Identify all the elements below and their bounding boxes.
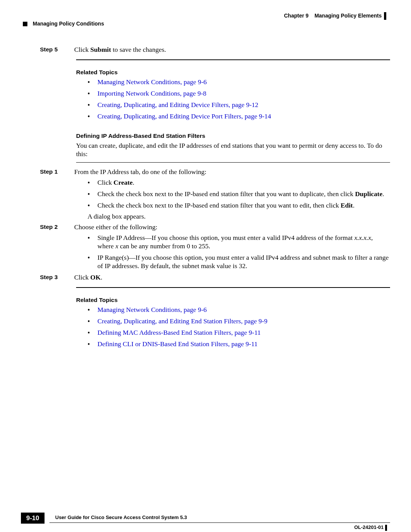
chapter-label: Chapter 9	[284, 13, 309, 19]
step-3-text: Click OK.	[74, 273, 390, 282]
step-2-row: Step 2 Choose either of the following:	[21, 223, 390, 232]
related-link-item: Creating, Duplicating, and Editing Devic…	[88, 101, 390, 109]
footer-line: User Guide for Cisco Secure Access Contr…	[49, 522, 390, 523]
related-link[interactable]: Managing Network Conditions, page 9-6	[97, 306, 207, 313]
header-marker	[384, 12, 386, 20]
related-topics-list-2: Managing Network Conditions, page 9-6 Cr…	[88, 306, 390, 348]
related-link-item: Managing Network Conditions, page 9-6	[88, 306, 390, 314]
related-link-item: Creating, Duplicating, and Editing End S…	[88, 317, 390, 326]
related-link-item: Defining MAC Address-Based End Station F…	[88, 329, 390, 337]
step-3-row: Step 3 Click OK.	[21, 273, 390, 282]
related-link-item: Managing Network Conditions, page 9-6	[88, 78, 390, 86]
related-link[interactable]: Defining CLI or DNIS-Based End Station F…	[97, 340, 258, 348]
step-1-bullet: Click Create.	[88, 179, 390, 187]
related-topics-heading-1: Related Topics	[76, 69, 390, 76]
related-link[interactable]: Creating, Duplicating, and Editing Devic…	[97, 101, 258, 109]
related-topics-list-1: Managing Network Conditions, page 9-6 Im…	[88, 78, 390, 121]
step-5-label: Step 5	[40, 46, 74, 54]
header-square-icon	[23, 22, 27, 26]
step-5-text: Click Submit to save the changes.	[74, 46, 390, 54]
footer-right-marker	[385, 525, 387, 531]
footer-doc-id: OL-24201-01	[354, 524, 387, 531]
step-2-bullets: Single IP Address—If you choose this opt…	[88, 234, 390, 270]
related-link-item: Defining CLI or DNIS-Based End Station F…	[88, 340, 390, 348]
step-1-trailing: A dialog box appears.	[88, 212, 390, 221]
related-link[interactable]: Managing Network Conditions, page 9-6	[97, 78, 207, 86]
chapter-title: Managing Policy Elements	[314, 13, 382, 19]
page-content: Step 5 Click Submit to save the changes.…	[21, 46, 390, 351]
defining-body: You can create, duplicate, and edit the …	[76, 142, 390, 158]
step-1-label: Step 1	[40, 168, 74, 176]
related-link[interactable]: Creating, Duplicating, and Editing Devic…	[97, 112, 271, 120]
page-number: 9-10	[21, 513, 45, 524]
defining-heading: Defining IP Address-Based End Station Fi…	[76, 132, 390, 139]
step-2-label: Step 2	[40, 223, 74, 232]
step-2-bullet: IP Range(s)—If you choose this option, y…	[88, 254, 390, 270]
header-right: Chapter 9 Managing Policy Elements	[284, 12, 386, 20]
related-topics-heading-2: Related Topics	[76, 296, 390, 304]
related-link-item: Importing Network Conditions, page 9-8	[88, 89, 390, 98]
related-link[interactable]: Importing Network Conditions, page 9-8	[97, 89, 206, 97]
divider	[76, 162, 390, 163]
step-1-text: From the IP Address tab, do one of the f…	[74, 168, 390, 176]
step-3-label: Step 3	[40, 273, 74, 282]
related-link-item: Creating, Duplicating, and Editing Devic…	[88, 112, 390, 121]
step-2-bullet: Single IP Address—If you choose this opt…	[88, 234, 390, 251]
footer-guide-title: User Guide for Cisco Secure Access Contr…	[55, 514, 187, 521]
related-link[interactable]: Creating, Duplicating, and Editing End S…	[97, 317, 268, 325]
step-1-bullet: Check the check box next to the IP-based…	[88, 190, 390, 198]
related-link[interactable]: Defining MAC Address-Based End Station F…	[97, 329, 261, 336]
page-footer: User Guide for Cisco Secure Access Contr…	[21, 522, 390, 523]
step-1-bullet: Check the check box next to the IP-based…	[88, 201, 390, 210]
section-title: Managing Policy Conditions	[33, 21, 104, 27]
divider	[76, 287, 390, 288]
header-left: Managing Policy Conditions	[23, 21, 104, 27]
step-5-row: Step 5 Click Submit to save the changes.	[21, 46, 390, 54]
step-2-text: Choose either of the following:	[74, 223, 390, 232]
step-1-bullets: Click Create. Check the check box next t…	[88, 179, 390, 210]
step-1-row: Step 1 From the IP Address tab, do one o…	[21, 168, 390, 176]
divider	[76, 59, 390, 60]
